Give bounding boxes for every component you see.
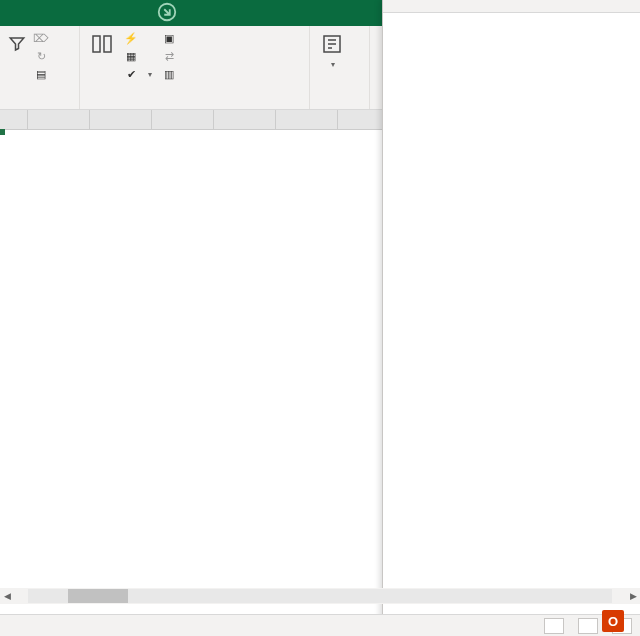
relations-icon: ⇄	[162, 49, 176, 63]
ribbon-group-sortfilter: ⌦ ↻ ▤	[0, 26, 80, 109]
whatif-button[interactable]	[318, 30, 346, 71]
ribbon-group-forecast	[310, 26, 370, 109]
watermark: O	[602, 610, 632, 632]
advanced-button[interactable]: ▤	[32, 66, 54, 82]
status-bar-context-menu	[382, 0, 640, 636]
validation-icon: ✔	[124, 67, 138, 81]
share-icon	[156, 1, 178, 26]
group-label	[318, 105, 361, 107]
col-header	[276, 110, 338, 129]
view-normal-icon[interactable]	[544, 618, 564, 634]
data-validation-button[interactable]: ✔	[122, 66, 154, 82]
text-to-columns-button[interactable]	[88, 30, 116, 60]
remove-duplicates-button[interactable]: ▦	[122, 48, 154, 64]
svg-rect-1	[93, 36, 100, 52]
svg-rect-2	[104, 36, 111, 52]
ribbon-group-datatools: ⚡ ▦ ✔ ▣ ⇄ ▥	[80, 26, 310, 109]
clear-icon: ⌦	[34, 31, 48, 45]
advanced-icon: ▤	[34, 67, 48, 81]
consolidate-button[interactable]: ▣	[160, 30, 182, 46]
flash-fill-button[interactable]: ⚡	[122, 30, 154, 46]
datamodel-icon: ▥	[162, 67, 176, 81]
group-label	[88, 105, 301, 107]
data-model-button[interactable]: ▥	[160, 66, 182, 82]
col-header	[28, 110, 90, 129]
funnel-icon	[5, 32, 29, 56]
split-icon	[90, 32, 114, 56]
col-header	[90, 110, 152, 129]
scroll-left-icon[interactable]: ◀	[0, 591, 14, 601]
whatif-icon	[320, 32, 344, 56]
view-layout-icon[interactable]	[578, 618, 598, 634]
scroll-right-icon[interactable]: ▶	[626, 591, 640, 601]
status-bar	[0, 614, 640, 636]
consolidate-icon: ▣	[162, 31, 176, 45]
group-label	[8, 105, 71, 107]
horizontal-scrollbar[interactable]: ◀ ▶	[0, 588, 640, 604]
filter-button[interactable]	[8, 30, 26, 58]
office-logo-icon: O	[602, 610, 624, 632]
reapply-icon: ↻	[34, 49, 48, 63]
clear-button[interactable]: ⌦	[32, 30, 54, 46]
reapply-button[interactable]: ↻	[32, 48, 54, 64]
col-header	[152, 110, 214, 129]
relationships-button[interactable]: ⇄	[160, 48, 182, 64]
menu-title	[383, 0, 640, 13]
scroll-thumb[interactable]	[68, 589, 128, 603]
flash-icon: ⚡	[124, 31, 138, 45]
dedup-icon: ▦	[124, 49, 138, 63]
col-header	[214, 110, 276, 129]
selection-marquee	[0, 130, 4, 134]
